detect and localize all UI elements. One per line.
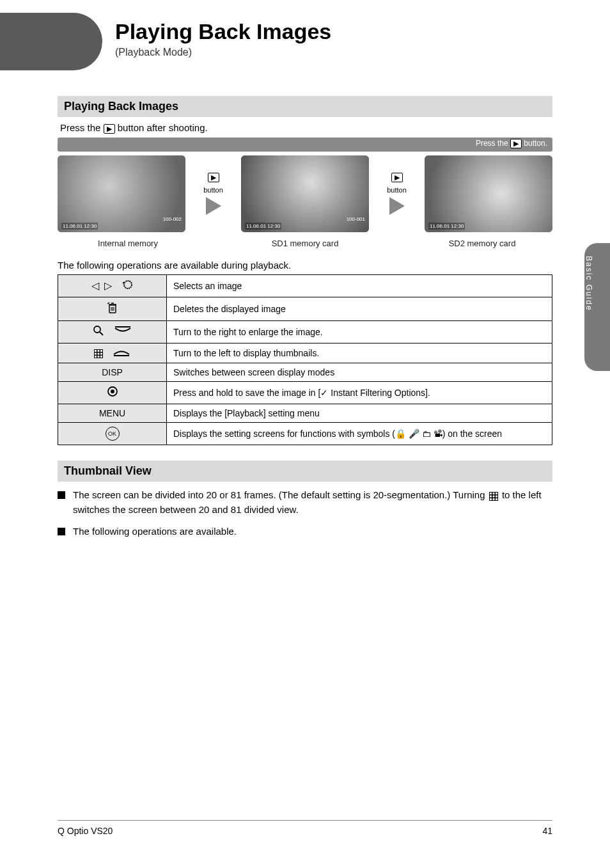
control-desc: Deletes the displayed image — [167, 297, 552, 320]
arrow-right-icon — [206, 197, 221, 215]
thumbnail-sd2: 11.06.01 12:30 — [425, 155, 552, 232]
bullet-item: The screen can be divided into 20 or 81 … — [58, 488, 552, 517]
table-row: ◁ ▷ Selects an image — [58, 274, 552, 297]
dial-icon — [121, 279, 133, 293]
caption-row: Internal memory SD1 memory card SD2 memo… — [58, 239, 552, 248]
svg-rect-17 — [95, 356, 97, 358]
svg-point-22 — [111, 390, 114, 393]
svg-rect-26 — [496, 493, 497, 494]
instruction-pre: Press the — [60, 122, 104, 133]
left-arrow-icon: ◁ — [91, 280, 99, 292]
control-icon-cell — [58, 381, 167, 404]
side-tab-label: Basic Guide — [584, 243, 593, 312]
svg-rect-28 — [492, 496, 494, 498]
right-arrow-icon: ▷ — [104, 280, 112, 292]
svg-rect-31 — [492, 498, 494, 500]
grid-icon — [94, 347, 103, 359]
control-desc: Selects an image — [167, 274, 552, 297]
svg-rect-25 — [492, 493, 494, 494]
play-button-icon: ▶ — [104, 124, 115, 134]
svg-rect-13 — [100, 350, 102, 352]
svg-rect-11 — [95, 350, 97, 352]
bullet-item: The following operations are available. — [58, 525, 552, 539]
thumbnail-view-section: Thumbnail View The screen can be divided… — [58, 461, 552, 539]
section-heading-playback: Playing Back Images — [58, 96, 552, 117]
arrow-between-1: ▶ button — [201, 173, 226, 215]
thumbnail-internal: 11.06.01 12:30 100-002 — [58, 155, 185, 232]
lever-up-icon — [113, 347, 130, 359]
control-icon-cell: ◁ ▷ — [58, 274, 167, 297]
thumb-folder: 100-001 — [347, 216, 365, 222]
table-row: Turn to the right to enlarge the image. — [58, 320, 552, 343]
control-icon-cell — [58, 320, 167, 343]
svg-rect-24 — [490, 493, 492, 494]
footer-left: Q Optio VS20 — [58, 826, 113, 836]
bullet-text: The screen can be divided into 20 or 81 … — [73, 489, 488, 500]
section-heading-thumbnail: Thumbnail View — [58, 461, 552, 482]
arrow-right-icon — [389, 197, 405, 215]
table-row: Press and hold to save the image in [✓ I… — [58, 381, 552, 404]
bullet-square-icon — [58, 491, 65, 499]
arrow-between-2: ▶ button — [384, 173, 410, 215]
control-desc: Turn to the left to display thumbnails. — [167, 343, 552, 363]
thumbnail-row: 11.06.01 12:30 100-002 ▶ button 11.06.01… — [58, 155, 552, 232]
page-number: 41 — [542, 826, 552, 836]
svg-rect-29 — [496, 496, 497, 498]
svg-rect-15 — [97, 352, 99, 354]
control-desc: Displays the setting screens for functio… — [167, 422, 552, 445]
table-row: Deletes the displayed image — [58, 297, 552, 320]
control-text-cell: DISP — [58, 363, 167, 381]
bullet-square-icon — [58, 528, 65, 535]
svg-rect-30 — [490, 498, 492, 500]
thumbnail-sd1: 11.06.01 12:30 100-001 — [241, 155, 369, 232]
caption-sd1: SD1 memory card — [235, 239, 375, 248]
lever-down-icon — [114, 326, 132, 338]
table-row: OK Displays the setting screens for func… — [58, 422, 552, 445]
ok-button-icon: OK — [106, 427, 120, 441]
svg-rect-12 — [97, 350, 99, 352]
corner-tab — [0, 13, 102, 70]
svg-point-0 — [124, 281, 132, 288]
instruction-post: button after shooting. — [118, 122, 208, 133]
play-button-icon: ▶ — [391, 173, 403, 182]
control-icon-cell — [58, 343, 167, 363]
svg-point-7 — [94, 326, 100, 333]
svg-rect-27 — [490, 496, 492, 498]
play-button-icon: ▶ — [510, 139, 522, 148]
thumb-timestamp: 11.06.01 12:30 — [428, 223, 465, 230]
play-button-icon: ▶ — [208, 173, 219, 182]
control-desc: Press and hold to save the image in [✓ I… — [167, 381, 552, 404]
thumb-folder: 100-002 — [163, 216, 182, 222]
trash-icon — [107, 301, 118, 317]
thumb-timestamp: 11.06.01 12:30 — [245, 223, 281, 230]
page-footer: Q Optio VS20 41 — [0, 820, 610, 836]
table-row: DISP Switches between screen display mod… — [58, 363, 552, 381]
svg-rect-32 — [496, 498, 497, 500]
control-icon-cell: OK — [58, 422, 167, 445]
control-icon-cell — [58, 297, 167, 320]
control-desc: Turn to the right to enlarge the image. — [167, 320, 552, 343]
content-area: Playing Back Images Press the ▶ button a… — [58, 96, 552, 546]
table-intro: The following operations are available d… — [58, 260, 552, 271]
bullet-text: The following operations are available. — [73, 525, 237, 539]
table-row: MENU Displays the [Playback] setting men… — [58, 404, 552, 422]
control-desc: Switches between screen display modes — [167, 363, 552, 381]
page-title: Playing Back Images — [115, 19, 559, 44]
svg-rect-18 — [97, 356, 99, 358]
svg-rect-16 — [100, 352, 102, 354]
caption-sd2: SD2 memory card — [412, 239, 552, 248]
instruction-line: Press the ▶ button after shooting. — [58, 122, 552, 134]
flow-bar: Press the ▶ button. — [58, 138, 552, 152]
svg-line-8 — [100, 332, 103, 335]
controls-table: ◁ ▷ Selects an image Deletes the display… — [58, 274, 552, 445]
control-text-cell: MENU — [58, 404, 167, 422]
side-tab: Basic Guide — [584, 243, 610, 371]
grid-icon — [489, 488, 498, 503]
page-header: Playing Back Images (Playback Mode) — [115, 19, 559, 58]
thumb-timestamp: 11.06.01 12:30 — [61, 223, 98, 230]
caption-internal: Internal memory — [58, 239, 198, 248]
svg-rect-19 — [100, 356, 102, 358]
page-subtitle: (Playback Mode) — [115, 47, 559, 58]
table-row: Turn to the left to display thumbnails. — [58, 343, 552, 363]
record-icon — [107, 386, 118, 400]
